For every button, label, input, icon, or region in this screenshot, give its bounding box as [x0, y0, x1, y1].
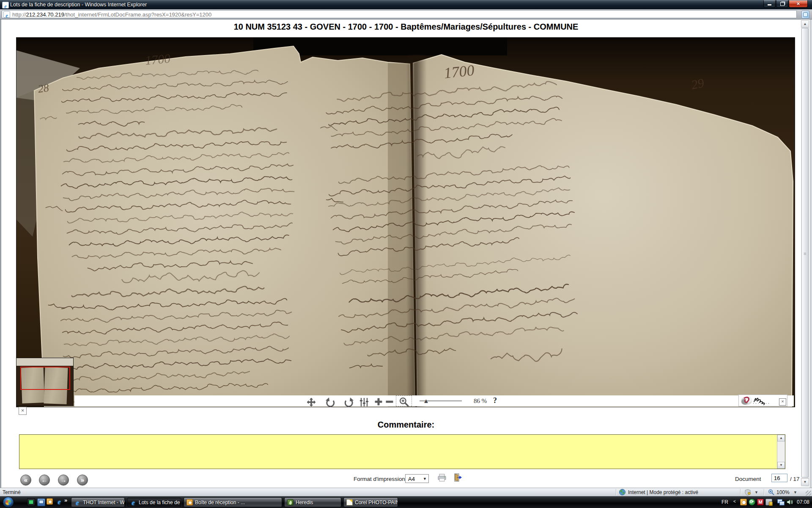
tray-sync-icon[interactable] [749, 499, 755, 505]
zoom-dropdown-icon[interactable]: ▼ [793, 490, 797, 494]
quicklaunch-ie-icon[interactable] [56, 498, 63, 505]
comment-scroll-up-icon[interactable]: ▲ [777, 435, 785, 442]
clock[interactable]: 07:08 [797, 499, 809, 505]
print-format-value: A4 [408, 476, 415, 482]
tray-mcafee-icon[interactable]: M [757, 499, 764, 505]
security-zone-text: Internet | Mode protégé : activé [628, 489, 698, 495]
scroll-up-icon[interactable]: ▲ [801, 20, 809, 28]
scrollbar-grip-icon: ≡ [804, 252, 806, 255]
status-bar: Terminé Internet | Mode protégé : activé… [0, 488, 812, 496]
document-total: / 17 [790, 476, 800, 482]
window-title: Lots de la fiche de description - Window… [10, 2, 147, 8]
quicklaunch-show-desktop-icon[interactable] [37, 498, 45, 506]
window-titlebar: Lots de la fiche de description - Window… [0, 0, 812, 9]
navigator-thumbnail[interactable] [16, 358, 74, 406]
page-icon [3, 11, 10, 18]
window-border-right [810, 19, 812, 488]
quicklaunch-overflow-chevron[interactable]: » [64, 497, 67, 503]
minimize-button[interactable] [763, 0, 776, 8]
select-dropdown-icon: ▼ [423, 477, 427, 481]
taskbar-button-thot[interactable]: THOT Internet - Wi... [71, 497, 125, 507]
tray-reminder-icon[interactable] [740, 499, 747, 505]
rotate-right-icon[interactable] [343, 397, 354, 406]
thumbnail-close-checkbox[interactable]: × [19, 407, 27, 415]
next-document-button[interactable]: → [58, 475, 69, 486]
tray-network-icon[interactable] [777, 499, 784, 505]
manuscript-photo-svg: 28 1700 1700 29 [16, 38, 795, 407]
pan-move-icon[interactable] [306, 397, 317, 406]
first-document-button[interactable]: « [20, 475, 31, 486]
restore-button[interactable] [776, 0, 788, 8]
taskbar-button-inbox[interactable]: Boîte de réception - ... [184, 497, 282, 507]
exit-door-button[interactable] [453, 473, 462, 483]
left-year-mark: 1700 [145, 51, 171, 67]
comment-textarea[interactable] [19, 435, 777, 469]
document-number-input[interactable] [771, 474, 787, 482]
zoom-out-icon[interactable] [385, 397, 396, 406]
left-page-number: 28 [37, 82, 50, 95]
tray-expand-chevron[interactable]: < [733, 499, 736, 504]
corel-icon [346, 499, 353, 505]
previous-document-button[interactable]: ← [39, 475, 50, 486]
taskbar-button-corel[interactable]: Corel PHOTO-PAIN... [343, 497, 398, 507]
page-scrollbar[interactable]: ▲ ≡ ▼ [801, 20, 809, 487]
print-format-select[interactable]: A4 ▼ [405, 474, 429, 483]
url-path: /thot_internet/FrmLotDocFrame.asp?resX=1… [64, 11, 211, 18]
ie-icon [130, 499, 137, 506]
start-button[interactable] [3, 497, 14, 508]
magnifier-tool-selected[interactable] [396, 395, 412, 406]
document-heading: 10 NUM 35123 43 - GOVEN - 1700 - 1700 - … [0, 22, 812, 32]
close-button[interactable]: × [789, 0, 808, 8]
taskbar-button-lots-active[interactable]: Lots de la fiche de d... [127, 497, 181, 507]
zoom-in-icon[interactable] [374, 397, 385, 406]
comment-label: Commentaire: [0, 420, 812, 430]
url-scheme: http:// [12, 11, 26, 18]
zoom-slider-pointer-icon[interactable]: ▲ [423, 397, 429, 404]
adjust-sliders-icon[interactable] [359, 397, 370, 406]
help-button[interactable]: ? [493, 396, 497, 405]
scroll-down-icon[interactable]: ▼ [801, 478, 809, 486]
comment-scroll-down-icon[interactable]: ▼ [777, 462, 785, 469]
comment-box: ▲ ▼ [19, 434, 785, 469]
thumbnail-background [16, 358, 73, 366]
page-zoom-value[interactable]: 100% [776, 489, 790, 495]
print-format-label: Format d'impression: [354, 476, 407, 482]
zoom-level-value: 86 % [474, 398, 487, 405]
comment-scrollbar[interactable]: ▲ ▼ [777, 435, 785, 469]
tray-volume-icon[interactable] [787, 499, 793, 505]
outlook-icon [187, 499, 193, 505]
ie-icon [74, 499, 81, 506]
thot-logo [739, 395, 779, 406]
status-message: Terminé [3, 489, 21, 495]
language-indicator[interactable]: FR [721, 499, 728, 505]
thot-logo-area: × [738, 395, 787, 406]
document-counter-label: Document [735, 476, 761, 482]
print-button[interactable] [437, 474, 447, 484]
resize-grip [806, 491, 811, 496]
windows-flag-icon [5, 500, 11, 505]
tray-uac-keyboard-icon[interactable] [765, 499, 772, 505]
right-year-mark: 1700 [443, 62, 475, 82]
window-border-left [0, 19, 1, 488]
ie-favicon [2, 2, 9, 8]
url-host: 212.234.70.219 [26, 11, 64, 18]
address-field[interactable]: http://212.234.70.219/thot_internet/FrmL… [2, 10, 797, 18]
taskbar-button-heredis[interactable]: Heredis [284, 497, 341, 507]
quicklaunch-outlook-icon[interactable] [47, 498, 53, 505]
manuscript-image[interactable]: 28 1700 1700 29 [16, 37, 795, 407]
shield-dropdown-icon[interactable]: ▼ [754, 490, 758, 494]
quicklaunch-remote-icon[interactable] [27, 498, 35, 506]
rotate-left-icon[interactable] [325, 397, 336, 406]
viewport-rectangle[interactable] [20, 367, 70, 390]
address-bar: http://212.234.70.219/thot_internet/FrmL… [0, 9, 812, 19]
heredis-icon [287, 499, 294, 505]
last-document-button[interactable]: » [77, 475, 88, 486]
scrollbar-thumb[interactable]: ≡ [801, 28, 809, 478]
logo-close-checkbox[interactable]: × [779, 398, 786, 406]
compatibility-view-icon[interactable] [801, 11, 809, 19]
